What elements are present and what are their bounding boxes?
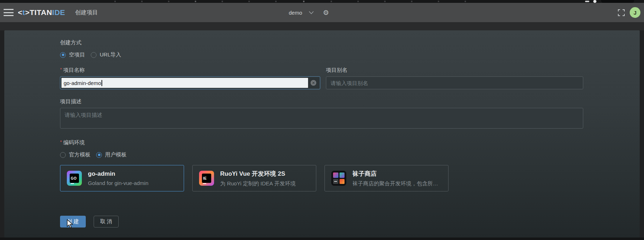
template-cards-row: GO go-admin Goland for gin-vue-admin IE … (60, 165, 583, 191)
coding-env-label: 编码环境 (60, 139, 583, 146)
coding-env-radio-group: 官方模板 用户模板 (60, 151, 583, 158)
text-caret (101, 80, 102, 86)
creation-method-radio-group: 空项目 URL导入 (60, 51, 583, 58)
project-name-label: 项目名称 (60, 67, 320, 74)
header-gap (0, 22, 644, 30)
template-title: 袜子商店 (352, 170, 442, 178)
project-name-input[interactable]: go-admin-demo ✕ (60, 76, 320, 89)
goland-icon: GO (67, 171, 82, 186)
page-title: 创建项目 (75, 9, 98, 16)
template-title: RuoYi Vue 开发环境 2S (220, 170, 296, 178)
creation-method-label: 创建方式 (60, 39, 583, 46)
browser-toolbar-fragment (585, 1, 589, 2)
radio-circle-icon (91, 52, 96, 58)
template-title: go-admin (88, 170, 148, 178)
radio-url-import[interactable]: URL导入 (91, 51, 121, 58)
project-alias-input[interactable] (326, 76, 583, 89)
radio-empty-project[interactable]: 空项目 (60, 51, 85, 58)
template-subtitle: 为 RuoYi 定制的 IDEA 开发环境 (220, 180, 296, 187)
browser-avatar-fragment (593, 0, 596, 3)
cancel-button[interactable]: 取 消 (94, 216, 119, 228)
radio-circle-icon (96, 152, 102, 158)
fullscreen-icon[interactable] (618, 9, 625, 16)
template-subtitle: Goland for gin-vue-admin (88, 180, 148, 186)
radio-user-template[interactable]: 用户模板 (96, 151, 127, 158)
project-name-value: go-admin-demo (64, 80, 101, 86)
project-description-textarea[interactable] (60, 108, 583, 129)
project-description-label: 项目描述 (60, 98, 583, 105)
browser-pill-fragment (601, 0, 634, 3)
user-avatar[interactable]: J (630, 7, 640, 18)
template-subtitle: 袜子商店的聚合开发环境，包含所有... (352, 180, 442, 187)
radio-circle-icon (60, 52, 66, 58)
workspace-name[interactable]: demo (289, 10, 302, 16)
idea-icon: IE (199, 171, 214, 186)
app-header: <t>TITANIDE 创建项目 demo ⚙ J (0, 3, 644, 22)
settings-gear-icon[interactable]: ⚙ (323, 9, 329, 16)
template-card-socks-shop[interactable]: 袜子商店 袜子商店的聚合开发环境，包含所有... (325, 165, 449, 191)
bottom-edge (0, 238, 644, 240)
radio-circle-icon (60, 152, 66, 158)
chevron-down-icon[interactable] (309, 11, 314, 14)
browser-bookmarks-strip (0, 0, 644, 3)
project-alias-label: 项目别名 (326, 67, 583, 74)
create-button[interactable]: 创 建 (60, 216, 86, 228)
template-card-ruoyi[interactable]: IE RuoYi Vue 开发环境 2S 为 RuoYi 定制的 IDEA 开发… (192, 165, 316, 191)
clear-input-icon[interactable]: ✕ (311, 80, 316, 86)
template-card-go-admin[interactable]: GO go-admin Goland for gin-vue-admin (60, 165, 184, 191)
workspace-selector[interactable]: demo ⚙ (289, 3, 329, 22)
app-logo: <t>TITANIDE (18, 8, 65, 17)
multi-tool-icon (331, 171, 346, 186)
create-project-panel: 创建方式 空项目 URL导入 项目名称 go-admin-demo ✕ (4, 30, 640, 238)
radio-official-template[interactable]: 官方模板 (60, 151, 90, 158)
hamburger-menu-button[interactable] (4, 9, 14, 16)
